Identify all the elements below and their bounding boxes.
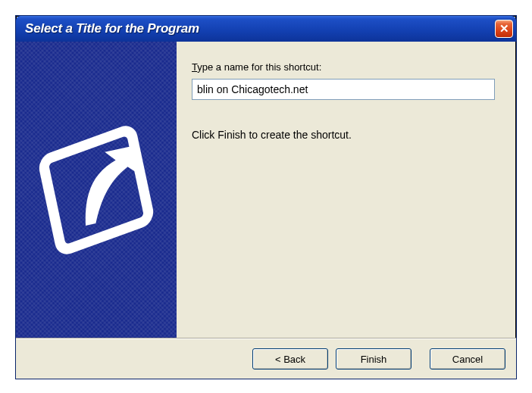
window-title: Select a Title for the Program [25,21,199,36]
wizard-window: Select a Title for the Program ✕ Type a … [15,15,517,379]
wizard-footer: < Back Finish Cancel [16,339,516,379]
finish-button[interactable]: Finish [336,348,412,370]
window-body: Type a name for this shortcut: Click Fin… [16,42,516,338]
close-button[interactable]: ✕ [495,20,513,38]
back-button[interactable]: < Back [252,348,328,370]
titlebar: Select a Title for the Program ✕ [16,16,516,42]
shortcut-name-input[interactable] [192,79,495,100]
close-icon: ✕ [499,22,509,36]
shortcut-arrow-icon [32,126,161,254]
wizard-sidebar [16,42,177,338]
cancel-button[interactable]: Cancel [430,348,505,370]
input-label: Type a name for this shortcut: [192,61,495,73]
instruction-text: Click Finish to create the shortcut. [192,129,495,141]
wizard-content: Type a name for this shortcut: Click Fin… [177,42,516,338]
